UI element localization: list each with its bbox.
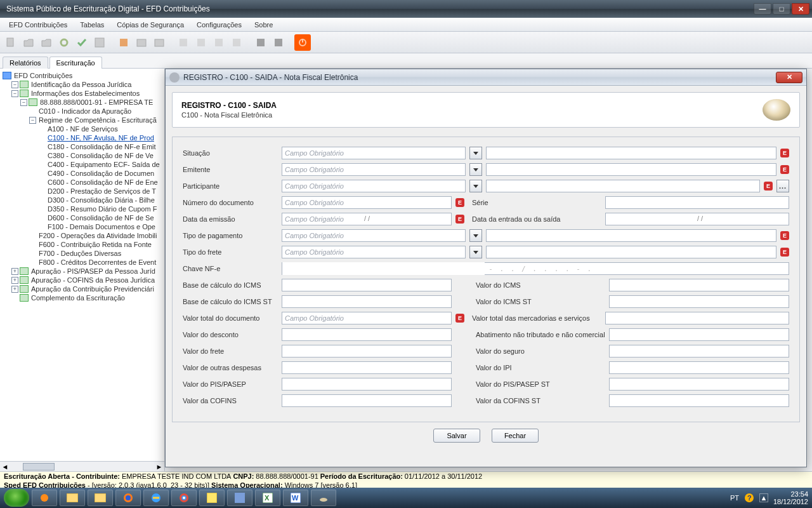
tool-misc2-icon[interactable] [193, 34, 209, 51]
salvar-button[interactable]: Salvar [433, 429, 480, 443]
tree-item[interactable]: Informações dos Estabelecimentos [30, 90, 140, 97]
task-app-icon[interactable] [227, 490, 252, 506]
combo-tipo-pagamento[interactable] [469, 229, 482, 242]
menu-sobre[interactable]: Sobre [249, 20, 278, 30]
input-valor-desconto[interactable] [282, 328, 452, 341]
input-valor-frete[interactable] [282, 345, 452, 358]
task-mediaplayer-icon[interactable] [32, 490, 57, 506]
tool-folder2-icon[interactable] [151, 34, 167, 51]
input-base-icms[interactable] [282, 279, 452, 291]
tray-lang[interactable]: PT [730, 494, 739, 502]
tray-expand-icon[interactable]: ▲ [759, 493, 768, 502]
tool-new-icon[interactable] [3, 34, 19, 51]
input-tipo-frete-desc[interactable] [486, 246, 776, 258]
task-excel-icon[interactable]: X [255, 490, 280, 506]
input-abatimento[interactable] [609, 328, 789, 341]
input-valor-icms[interactable] [609, 279, 789, 291]
menu-copias[interactable]: Cópias de Segurança [112, 20, 189, 30]
input-valor-pis[interactable] [282, 378, 452, 391]
input-valor-pis-st[interactable] [609, 378, 789, 391]
tool-gear-icon[interactable] [56, 34, 72, 51]
tab-escrituracao[interactable]: Escrituração [49, 57, 102, 69]
horizontal-scrollbar[interactable]: ◄ ► [0, 461, 164, 471]
tree-item[interactable]: D200 - Prestação de Serviços de T [46, 187, 156, 195]
minimize-button[interactable]: — [754, 3, 771, 15]
input-tipo-pagamento[interactable] [282, 229, 466, 242]
task-explorer-icon[interactable] [60, 490, 85, 506]
tool-save2-icon[interactable] [270, 34, 287, 51]
tree-item[interactable]: C380 - Consolidação de NF de Ve [46, 152, 154, 159]
input-valor-ipi[interactable] [609, 361, 789, 374]
tree-item[interactable]: A100 - NF de Serviços [46, 125, 118, 133]
combo-situacao[interactable] [469, 147, 482, 159]
input-participante[interactable] [282, 180, 466, 192]
tree-item[interactable]: Identificação da Pessoa Jurídica [30, 81, 131, 88]
input-valor-total-doc[interactable] [282, 312, 452, 324]
tree-item[interactable]: C180 - Consolidação de NF-e Emit [46, 143, 156, 150]
tree-item[interactable]: F800 - Créditos Decorrentes de Event [37, 258, 156, 266]
tool-power-icon[interactable] [294, 34, 311, 51]
input-numero[interactable] [282, 196, 452, 209]
menu-tabelas[interactable]: Tabelas [75, 20, 109, 30]
maximize-button[interactable]: □ [773, 3, 790, 15]
tray-help-icon[interactable]: ? [744, 493, 754, 503]
input-valor-icms-st[interactable] [609, 295, 789, 308]
tree-item[interactable]: D300 - Consolidação Diária - Bilhe [46, 196, 155, 204]
task-java-icon[interactable] [311, 490, 336, 506]
tool-folder1-icon[interactable] [133, 34, 150, 51]
tree-item[interactable]: F100 - Demais Documentos e Ope [46, 223, 155, 231]
task-ie-icon[interactable] [143, 490, 169, 506]
task-chrome-icon[interactable] [171, 490, 197, 506]
start-button[interactable] [4, 489, 29, 507]
combo-participante[interactable] [469, 180, 482, 192]
combo-emitente[interactable] [469, 163, 482, 176]
tool-tree-icon[interactable] [91, 34, 108, 51]
input-tipo-pagamento-desc[interactable] [486, 229, 776, 242]
menu-efd[interactable]: EFD Contribuições [4, 20, 72, 30]
task-notes-icon[interactable] [199, 490, 225, 506]
tree-item[interactable]: Apuração da Contribuição Previdenciári [30, 285, 154, 293]
tree-item[interactable]: 88.888.888/0001-91 - EMPRESA TE [39, 98, 153, 106]
task-word-icon[interactable]: W [283, 490, 308, 506]
combo-tipo-frete[interactable] [469, 246, 482, 258]
tree-item[interactable]: Apuração - COFINS da Pessoa Jurídica [30, 276, 155, 284]
input-valor-cofins-st[interactable] [609, 394, 789, 407]
input-situacao[interactable] [282, 147, 466, 159]
tool-open-icon[interactable] [20, 34, 37, 51]
tab-relatorios[interactable]: Relatórios [3, 57, 48, 69]
input-chave-nfe[interactable] [282, 262, 485, 275]
tool-misc4-icon[interactable] [228, 34, 245, 51]
tool-misc3-icon[interactable] [211, 34, 227, 51]
tree-item[interactable]: F600 - Contribuição Retida na Fonte [37, 241, 152, 248]
tool-check-icon[interactable] [74, 34, 90, 51]
dialog-close-button[interactable]: ✕ [776, 72, 802, 83]
tree-item[interactable]: C600 - Consolidação de NF de Ene [46, 178, 158, 186]
tree-item[interactable]: D350 - Resumo Diário de Cupom F [46, 205, 157, 213]
tool-delete-icon[interactable] [115, 34, 132, 51]
tree-item-selected[interactable]: C100 - NF, NF Avulsa, NF de Prod [46, 134, 154, 142]
tray-clock[interactable]: 23:54 18/12/2012 [773, 490, 808, 505]
menu-config[interactable]: Configurações [192, 20, 247, 30]
tree-item[interactable]: F700 - Deduções Diversas [37, 250, 121, 257]
tree-item[interactable]: C490 - Consolidação de Documen [46, 170, 154, 177]
tree-item[interactable]: D600 - Consolidação de NF de Se [46, 214, 154, 222]
input-tipo-frete[interactable] [282, 246, 466, 258]
task-explorer2-icon[interactable] [88, 490, 113, 506]
input-participante-desc[interactable] [486, 180, 760, 192]
tree-item[interactable]: C010 - Indicador da Apuração [37, 107, 131, 115]
input-serie[interactable] [605, 196, 789, 209]
tree-item[interactable]: Complemento da Escrituração [30, 294, 125, 302]
input-situacao-desc[interactable] [486, 147, 776, 159]
input-emitente-desc[interactable] [486, 163, 776, 176]
input-emitente[interactable] [282, 163, 466, 176]
task-firefox-icon[interactable] [115, 490, 141, 506]
input-valor-cofins[interactable] [282, 394, 452, 407]
fechar-button[interactable]: Fechar [492, 429, 539, 443]
tool-misc1-icon[interactable] [175, 34, 192, 51]
tree-item[interactable]: F200 - Operações da Atividade Imobili [37, 232, 157, 239]
tree-root[interactable]: EFD Contribuições [13, 72, 72, 79]
tool-import-icon[interactable] [38, 34, 55, 51]
close-button[interactable]: ✕ [792, 3, 809, 15]
lookup-participante-button[interactable]: ... [776, 180, 789, 192]
input-valor-total-merc[interactable] [605, 312, 789, 324]
